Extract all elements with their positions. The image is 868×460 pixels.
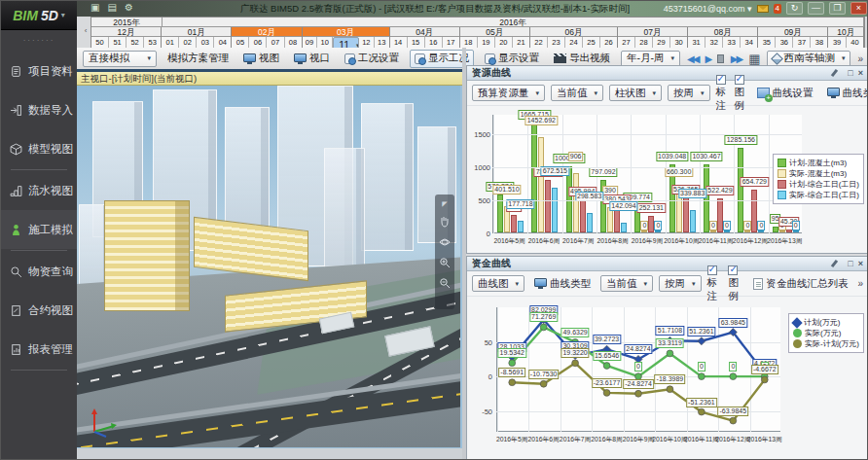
- timeline-week-cell[interactable]: 04: [214, 37, 231, 48]
- scheme-manager-button[interactable]: 模拟方案管理: [163, 50, 233, 68]
- simulation-mode-select[interactable]: 直接模拟: [83, 51, 157, 67]
- timeline-week-cell[interactable]: 36: [776, 37, 793, 48]
- timeline-week-cell[interactable]: 05: [232, 37, 249, 48]
- timeline-week-cell[interactable]: 37: [793, 37, 811, 48]
- timeline-week-cell[interactable]: 06: [249, 37, 267, 48]
- stop-button[interactable]: [717, 54, 724, 63]
- sidebar-item-project-doc[interactable]: 项目资料: [1, 52, 77, 90]
- timeline-month-label[interactable]: 12月: [91, 27, 161, 37]
- timeline-month-label[interactable]: 02月: [232, 27, 301, 37]
- timeline-month-label[interactable]: 10月: [828, 27, 863, 37]
- timeline-week-cell[interactable]: 12: [359, 37, 375, 48]
- restore-icon[interactable]: □: [848, 259, 852, 268]
- orbit-icon[interactable]: [439, 236, 451, 248]
- collapse-icon[interactable]: ◤: [442, 201, 447, 207]
- timeline-week-cell[interactable]: 32: [705, 37, 723, 48]
- timeline-week-cell[interactable]: 30: [670, 37, 687, 48]
- timeline-week-cell[interactable]: 28: [635, 37, 653, 48]
- timeline-month-label[interactable]: 03月: [303, 27, 389, 37]
- sidebar-item-construction-sim[interactable]: 施工模拟: [1, 210, 77, 249]
- period-select[interactable]: 按周: [659, 275, 702, 292]
- gear-icon[interactable]: ⚙: [125, 2, 133, 14]
- timeline-week-cell[interactable]: 21: [513, 37, 529, 48]
- timeline-week-cell[interactable]: 17: [443, 37, 459, 48]
- chart-type-select[interactable]: 柱状图: [609, 85, 662, 101]
- view-angle-select[interactable]: 西南等轴测: [767, 51, 850, 67]
- sidebar-item-material-query[interactable]: 物资查询: [1, 252, 77, 291]
- mail-icon[interactable]: [757, 5, 769, 13]
- curve-type-button[interactable]: 曲线类型: [823, 84, 868, 102]
- timeline-week-cell[interactable]: 52: [127, 37, 144, 48]
- timeline-week-cell[interactable]: 03: [197, 37, 214, 48]
- timeline-week-cell[interactable]: 18: [460, 37, 478, 48]
- timeline-month-label[interactable]: 09月: [758, 27, 827, 37]
- timeline-month-label[interactable]: 07月: [618, 27, 687, 37]
- timeline-week-cell[interactable]: 02: [179, 37, 197, 48]
- zoom-in-icon[interactable]: [439, 257, 451, 268]
- timeline-week-cell[interactable]: 10: [317, 37, 333, 48]
- label-checkbox[interactable]: 标注: [707, 265, 723, 303]
- timeline-month-label[interactable]: 08月: [688, 27, 757, 37]
- timeline-week-cell[interactable]: 23: [548, 37, 565, 48]
- close-icon[interactable]: ×: [858, 68, 863, 78]
- timeline-week-cell[interactable]: 38: [811, 37, 827, 48]
- timeline-week-cell[interactable]: 15: [408, 37, 425, 48]
- timeline-week-cell[interactable]: 25: [583, 37, 600, 48]
- app-logo[interactable]: BIM 5D ▾: [1, 1, 77, 30]
- view-button[interactable]: 视图: [239, 50, 283, 68]
- fund-chart-select[interactable]: 曲线图: [472, 275, 524, 292]
- timeline-week-cell[interactable]: 33: [723, 37, 741, 48]
- account-email[interactable]: 453715601@qq.com ▾: [664, 4, 752, 14]
- timeline-week-cell[interactable]: 39: [828, 37, 846, 48]
- pan-hand-icon[interactable]: [439, 216, 451, 228]
- timeline-week-cell[interactable]: 31: [688, 37, 705, 48]
- value-mode-select[interactable]: 当前值: [551, 85, 603, 101]
- label-checkbox[interactable]: 标注: [716, 74, 729, 113]
- timeline-week-cell[interactable]: 13: [375, 37, 389, 48]
- timeline-week-cell[interactable]: 16: [425, 37, 443, 48]
- timeline-week-cell[interactable]: 20: [495, 37, 513, 48]
- restore-icon[interactable]: □: [848, 68, 852, 78]
- grid-icon[interactable]: ▦: [748, 53, 760, 65]
- legend-checkbox[interactable]: 图例: [735, 74, 747, 113]
- fund-summary-button[interactable]: 资金曲线汇总列表: [749, 274, 851, 293]
- timeline-week-cell[interactable]: 29: [653, 37, 670, 48]
- model-scene[interactable]: ◤: [77, 86, 460, 447]
- resource-source-select[interactable]: 预算资源量: [472, 85, 545, 101]
- timeline-month-label[interactable]: 04月: [390, 27, 459, 37]
- refresh-button[interactable]: ↻: [786, 2, 803, 15]
- time-unit-select[interactable]: 年-月-周: [621, 51, 680, 67]
- period-select[interactable]: 按周: [668, 85, 710, 101]
- timeline-week-cell[interactable]: 40: [847, 37, 863, 48]
- timeline-week-cell[interactable]: 19: [478, 37, 495, 48]
- pin-icon[interactable]: [831, 260, 838, 267]
- timeline-week-cell[interactable]: 22: [530, 37, 548, 48]
- timeline-month-label[interactable]: 05月: [460, 27, 529, 37]
- condition-settings-button[interactable]: 工况设置: [341, 50, 403, 68]
- restore-button[interactable]: ❐: [829, 2, 846, 15]
- timeline-week-cell[interactable]: 01: [162, 37, 179, 48]
- timeline-month-label[interactable]: 06月: [530, 27, 617, 37]
- sidebar-item-flow-view[interactable]: 流水视图: [1, 171, 77, 210]
- curve-settings-button[interactable]: 曲线设置: [753, 84, 817, 102]
- timeline-week-cell[interactable]: 09: [303, 37, 318, 48]
- play-button[interactable]: ▶: [705, 53, 710, 64]
- save-icon[interactable]: ▤: [107, 2, 116, 14]
- timeline-week-cell[interactable]: 50: [91, 37, 109, 48]
- timeline-week-cell[interactable]: 26: [600, 37, 617, 48]
- rewind-button[interactable]: ◀◀: [687, 53, 698, 64]
- curve-type-button[interactable]: 曲线类型: [530, 274, 595, 293]
- timeline-prev-arrow[interactable]: ‹: [82, 24, 90, 38]
- zoom-out-icon[interactable]: [439, 277, 451, 289]
- toolbar-overflow-button[interactable]: »: [857, 53, 863, 64]
- timeline-week-cell[interactable]: 08: [285, 37, 302, 48]
- timeline-week-cell[interactable]: 24: [565, 37, 583, 48]
- minimize-button[interactable]: —: [808, 2, 824, 15]
- sidebar-item-report-mgmt[interactable]: 报表管理: [1, 330, 77, 369]
- close-icon[interactable]: ×: [858, 259, 863, 268]
- legend-checkbox[interactable]: 图例: [728, 265, 743, 303]
- timeline-week-cell[interactable]: 34: [741, 37, 757, 48]
- close-button[interactable]: ×: [850, 2, 867, 15]
- monitor-icon[interactable]: ▣: [90, 2, 99, 14]
- sidebar-item-contract-view[interactable]: 合约视图: [1, 291, 77, 330]
